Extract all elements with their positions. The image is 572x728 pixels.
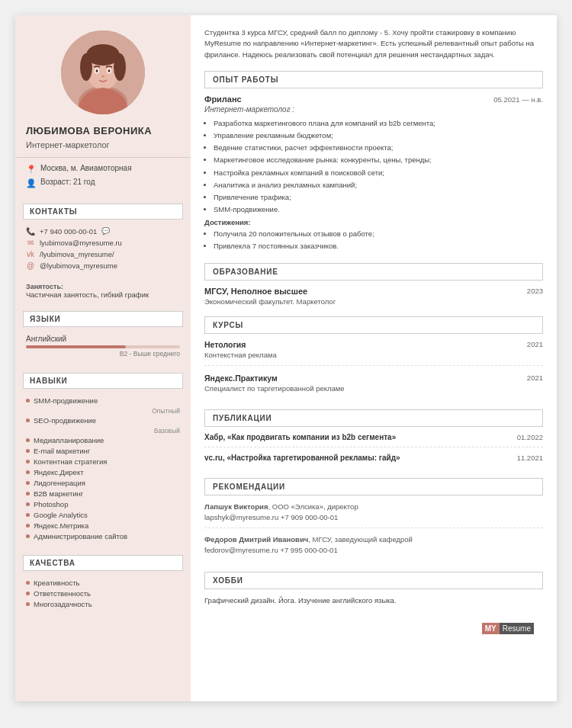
svg-point-10 — [108, 69, 111, 72]
skill-item: E-mail маркетинг — [26, 447, 180, 455]
bullet-item: Маркетинговое исследование рынка: конкур… — [214, 154, 543, 165]
bullet-item: Разработка маркетингового плана для комп… — [214, 117, 543, 129]
pub-date: 11.2021 — [517, 454, 543, 462]
skill-item: Яндекс.Метрика — [26, 521, 180, 530]
course-name: Яндекс.Практикум — [204, 374, 278, 383]
age-text: Возраст: 21 год — [40, 178, 95, 186]
rec-contact: lapshyk@myresume.ru +7 909 000-00-01 — [204, 513, 338, 521]
pub-item: Хабр, «Как продвигать компании из b2b се… — [204, 433, 543, 447]
work-date: 05.2021 — н.в. — [493, 95, 543, 104]
quality-dot — [26, 592, 30, 595]
courses-section-title: КУРСЫ — [204, 316, 543, 334]
skill-dot — [26, 513, 30, 517]
edu-name: МГСУ, Неполное высшее — [204, 287, 307, 296]
skill-name: Google Analytics — [34, 511, 88, 519]
skill-name: E-mail маркетинг — [34, 447, 90, 455]
edu-year: 2023 — [527, 287, 543, 296]
skill-dot — [26, 460, 30, 463]
skill-item: Лидогенерация — [26, 479, 180, 487]
qualities-block: Креативность Ответственность Многозадачн… — [15, 576, 191, 617]
avatar — [61, 30, 145, 114]
phone-extra-icon: 💬 — [101, 227, 110, 235]
phone-icon: 📞 — [26, 227, 35, 236]
skills-header: НАВЫКИ — [23, 373, 183, 389]
work-section-title: ОПЫТ РАБОТЫ — [204, 71, 543, 88]
pub-header-row: Хабр, «Как продвигать компании из b2b се… — [204, 433, 543, 441]
contacts-block: 📞 +7 940 000-00-01 💬 ✉ lyubimova@myresum… — [15, 224, 191, 279]
edu-header-row: МГСУ, Неполное высшее 2023 — [204, 287, 543, 296]
languages-block: Английский B2 - Выше среднего — [15, 332, 191, 367]
rec-detail: Федоров Дмитрий Иванович, МГСУ, заведующ… — [204, 534, 543, 556]
edu-faculty: Экономический факультет. Маркетолог — [204, 297, 543, 306]
phone-text: +7 940 000-00-01 — [40, 227, 97, 236]
email-icon: ✉ — [26, 239, 35, 247]
skill-dot — [26, 524, 30, 528]
quality-item: Ответственность — [26, 589, 180, 598]
lang-level: B2 - Выше среднего — [26, 350, 180, 358]
svg-point-6 — [114, 53, 126, 81]
lang-bar — [26, 345, 126, 348]
rec-extra: , ООО «Элсика», директор — [268, 502, 358, 511]
skill-name: Администрирование сайтов — [34, 532, 127, 540]
left-column: ЛЮБИМОВА ВЕРОНИКА Интернет-маркетолог 📍 … — [15, 15, 191, 701]
right-column: Студентка 3 курса МГСУ, средний балл по … — [191, 15, 557, 701]
photo-area — [15, 15, 191, 125]
achievement-item: Получила 20 положительных отзывов о рабо… — [214, 228, 543, 239]
age-icon: 👤 — [26, 178, 37, 188]
skill-name: SMM-продвижение — [34, 396, 98, 405]
employment-label: Занятость: — [26, 283, 63, 290]
achievements-label: Достижения: — [204, 218, 543, 226]
quality-dot — [26, 602, 30, 606]
course-item: Нетология 2021 Контекстная реклама — [204, 340, 543, 366]
instagram-icon: @ — [26, 261, 35, 270]
hobbies-text: Графический дизайн. Йога. Изучение англи… — [204, 595, 543, 606]
employment-block: Занятость: Частичная занятость, гибкий г… — [15, 279, 191, 305]
course-header-row: Нетология 2021 — [204, 340, 543, 349]
rec-item: Федоров Дмитрий Иванович, МГСУ, заведующ… — [204, 534, 543, 561]
skill-name: Лидогенерация — [34, 479, 85, 487]
skill-dot — [26, 470, 30, 474]
languages-header: ЯЗЫКИ — [23, 311, 183, 327]
skill-name: SEO-продвижение — [34, 416, 96, 425]
edu-section: ОБРАЗОВАНИЕ МГСУ, Неполное высшее 2023 Э… — [204, 263, 543, 306]
skill-name: Яндекс.Метрика — [34, 521, 88, 530]
course-year: 2021 — [527, 374, 543, 383]
quality-name: Многозадачность — [34, 600, 92, 608]
skill-item: Медиапланирование — [26, 436, 180, 444]
quality-item: Многозадачность — [26, 600, 180, 608]
location-item: 📍 Москва, м. Авиамоторная — [26, 164, 180, 175]
instagram-text: @lyubimova_myresume — [40, 261, 117, 270]
edu-section-title: ОБРАЗОВАНИЕ — [204, 263, 543, 281]
skill-name: B2B маркетинг — [34, 489, 83, 498]
location-text: Москва, м. Авиамоторная — [40, 164, 132, 172]
course-desc: Контекстная реклама — [204, 351, 543, 359]
skill-name: Медиапланирование — [34, 436, 104, 444]
full-name: ЛЮБИМОВА ВЕРОНИКА — [26, 125, 180, 138]
quality-name: Креативность — [34, 579, 79, 587]
employment-value: Частичная занятость, гибкий график — [26, 290, 149, 299]
skill-item: Администрирование сайтов — [26, 532, 180, 540]
skill-item: Photoshop — [26, 500, 180, 508]
courses-section: КУРСЫ Нетология 2021 Контекстная реклама… — [204, 316, 543, 399]
job-title: Интернет-маркетолог — [26, 140, 180, 149]
rec-name: Федоров Дмитрий Иванович — [204, 535, 308, 544]
bullet-item: Привлечение трафика; — [214, 191, 543, 203]
phone-item: 📞 +7 940 000-00-01 💬 — [26, 227, 180, 236]
skill-level: Опытный — [26, 407, 180, 415]
recs-section-title: РЕКОМЕНДАЦИИ — [204, 478, 543, 495]
name-block: ЛЮБИМОВА ВЕРОНИКА Интернет-маркетолог — [15, 125, 191, 158]
achievements-list: Получила 20 положительных отзывов о рабо… — [204, 228, 543, 252]
age-item: 👤 Возраст: 21 год — [26, 178, 180, 188]
instagram-item: @ @lyubimova_myresume — [26, 261, 180, 270]
vk-text: /lyubimova_myresume/ — [40, 250, 114, 258]
location-block: 📍 Москва, м. Авиамоторная 👤 Возраст: 21 … — [15, 158, 191, 197]
pubs-section-title: ПУБЛИКАЦИИ — [204, 409, 543, 427]
course-header-row: Яндекс.Практикум 2021 — [204, 374, 543, 383]
badge-my: MY — [482, 623, 500, 634]
skill-name: Яндекс.Директ — [34, 468, 84, 476]
svg-point-11 — [101, 75, 104, 78]
work-company: Фриланс — [204, 95, 242, 104]
brand-badge: MY Resume — [204, 617, 543, 640]
skill-item: B2B маркетинг — [26, 489, 180, 498]
pub-title: Хабр, «Как продвигать компании из b2b се… — [204, 433, 396, 441]
